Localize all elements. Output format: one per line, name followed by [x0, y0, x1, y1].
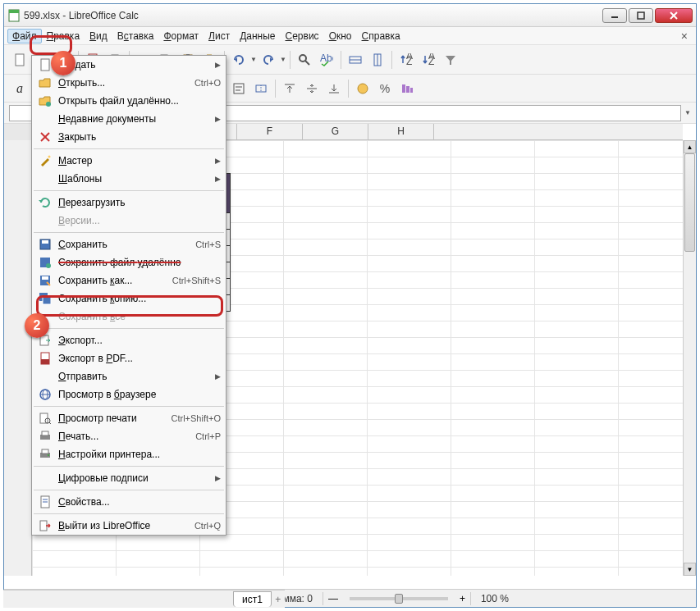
menu-item[interactable]: Отправить▶: [32, 367, 226, 385]
sheet-tab[interactable]: ист1: [233, 591, 272, 607]
savecopy-icon: [37, 292, 53, 305]
menu-item[interactable]: СохранитьCtrl+S: [32, 235, 226, 253]
menu-item: Сохранить все: [32, 308, 226, 326]
tb-wrap-icon[interactable]: [228, 78, 249, 99]
menu-item[interactable]: Сохранить копию...: [32, 290, 226, 308]
tb-sort-asc-icon[interactable]: AZ: [396, 49, 417, 71]
callout-number-2: 2: [25, 313, 49, 338]
add-sheet-icon[interactable]: +: [272, 592, 285, 607]
menu-item[interactable]: Выйти из LibreOfficeCtrl+Q: [32, 517, 226, 535]
menu-sheet[interactable]: Лист: [204, 29, 235, 43]
tb-percent-icon[interactable]: %: [374, 78, 396, 99]
menu-item-label: Экспорт в PDF...: [58, 353, 221, 364]
submenu-arrow-icon: ▶: [210, 115, 221, 123]
menu-window[interactable]: Окно: [324, 29, 357, 43]
tb-undo-drop[interactable]: ▼: [250, 56, 257, 63]
window-title: 599.xlsx - LibreOffice Calc: [24, 10, 601, 21]
svg-rect-67: [43, 296, 51, 304]
app-icon: [7, 9, 21, 22]
menu-data[interactable]: Данные: [235, 29, 280, 43]
tb-row-icon[interactable]: [345, 49, 366, 71]
menu-file[interactable]: Файл: [7, 29, 42, 43]
exit-icon: [37, 519, 53, 532]
close-document-button[interactable]: ×: [676, 30, 693, 43]
svg-rect-54: [410, 88, 413, 93]
menu-item-label: Версии...: [58, 215, 221, 226]
menu-item[interactable]: Экспорт...: [32, 331, 226, 349]
zoom-in-icon[interactable]: +: [460, 593, 465, 604]
scroll-thumb[interactable]: [684, 153, 695, 252]
svg-rect-61: [42, 240, 48, 244]
menu-accel: Ctrl+Q: [194, 521, 221, 531]
svg-line-22: [305, 61, 309, 65]
menu-view[interactable]: Вид: [85, 29, 112, 43]
menu-item[interactable]: Настройки принтера...: [32, 445, 226, 463]
tb-find-icon[interactable]: [294, 49, 315, 71]
tb-number-icon[interactable]: [396, 78, 418, 99]
tb-redo-drop[interactable]: ▼: [280, 56, 286, 63]
menu-item-label: Сохранить: [58, 239, 195, 250]
row-headers: [4, 140, 32, 576]
formula-input[interactable]: [153, 105, 681, 121]
menu-item[interactable]: Свойства...: [32, 493, 226, 511]
menu-item[interactable]: Экспорт в PDF...: [32, 349, 226, 367]
menu-item[interactable]: Сохранить файл удалённо: [32, 253, 226, 271]
tb-undo-icon[interactable]: [228, 49, 249, 71]
open-remote-icon: [37, 94, 53, 107]
close-button[interactable]: [655, 8, 693, 23]
menu-item-label: Печать...: [58, 431, 195, 442]
menu-item[interactable]: Печать...Ctrl+P: [32, 427, 226, 445]
menu-insert[interactable]: Вставка: [112, 29, 159, 43]
tb-valign-mid-icon[interactable]: [301, 78, 323, 99]
menu-item-label: Отправить: [58, 371, 210, 382]
menu-item[interactable]: Перезагрузить: [32, 194, 226, 212]
tb-valign-top-icon[interactable]: [279, 78, 300, 99]
zoom-out-icon[interactable]: —: [328, 593, 338, 604]
menu-item[interactable]: Просмотр печатиCtrl+Shift+O: [32, 409, 226, 427]
menu-item-label: Закрыть: [58, 131, 221, 143]
minimize-button[interactable]: [602, 8, 627, 23]
menu-item-label: Шаблоны: [58, 173, 210, 185]
col-header[interactable]: F: [237, 124, 303, 139]
menu-item[interactable]: Просмотр в браузере: [32, 385, 226, 404]
menu-edit[interactable]: Правка: [42, 29, 85, 43]
menu-format[interactable]: Формат: [158, 29, 204, 43]
menu-item[interactable]: Закрыть: [32, 128, 226, 146]
menu-item-label: Открыть файл удалённо...: [58, 95, 221, 107]
tb-currency-icon[interactable]: [352, 78, 373, 99]
scroll-down-icon[interactable]: ▼: [684, 563, 696, 576]
menubar: Файл Правка Вид Вставка Формат Лист Данн…: [4, 27, 696, 45]
vertical-scrollbar[interactable]: ▲ ▼: [683, 140, 696, 576]
saveas-icon: [37, 274, 53, 287]
select-all-corner[interactable]: [4, 124, 32, 140]
browser-icon: [37, 388, 53, 401]
menu-tools[interactable]: Сервис: [281, 29, 324, 43]
tb-valign-bottom-icon[interactable]: [323, 78, 345, 99]
tb-autofilter-icon[interactable]: [440, 49, 461, 71]
zoom-slider[interactable]: [350, 597, 448, 600]
zoom-level[interactable]: 100 %: [476, 593, 514, 604]
tb-redo-icon[interactable]: [258, 49, 279, 71]
menu-item[interactable]: Недавние документы▶: [32, 110, 226, 128]
menu-item[interactable]: Мастер▶: [32, 152, 226, 170]
submenu-arrow-icon: ▶: [210, 175, 221, 183]
menu-item[interactable]: Шаблоны▶: [32, 170, 226, 188]
menu-item[interactable]: Открыть файл удалённо...: [32, 92, 226, 110]
props-icon: [37, 495, 53, 508]
maximize-button[interactable]: [629, 8, 653, 23]
tb-new-icon[interactable]: [9, 49, 30, 71]
col-header[interactable]: H: [368, 124, 434, 139]
blank-icon: [37, 472, 53, 485]
menu-item[interactable]: Сохранить как...Ctrl+Shift+S: [32, 271, 226, 290]
tb-spellcheck-icon[interactable]: Abc: [316, 49, 337, 71]
tb-italic-icon[interactable]: a: [9, 78, 30, 99]
tb-sort-desc-icon[interactable]: AZ: [418, 49, 439, 71]
formula-expand-icon[interactable]: ▼: [684, 109, 691, 116]
col-header[interactable]: G: [303, 124, 368, 139]
tb-col-icon[interactable]: [367, 49, 388, 71]
menu-item[interactable]: Открыть...Ctrl+O: [32, 74, 226, 92]
scroll-up-icon[interactable]: ▲: [684, 140, 696, 153]
menu-help[interactable]: Справка: [357, 29, 405, 43]
menu-item[interactable]: Цифровые подписи▶: [32, 469, 226, 487]
tb-merge-icon[interactable]: [250, 78, 272, 99]
